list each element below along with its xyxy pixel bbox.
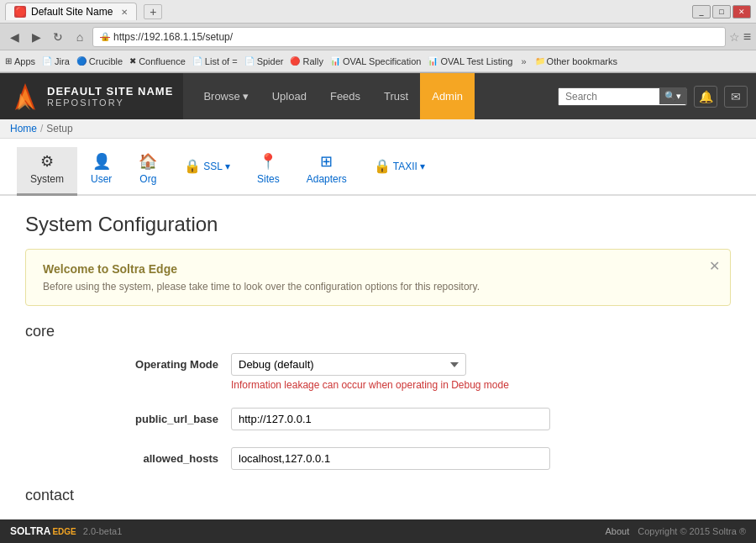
spider-icon: 📄 xyxy=(244,56,255,66)
allowed-hosts-input[interactable] xyxy=(231,447,550,470)
operating-mode-control: Debug (default) Production Information l… xyxy=(231,353,509,391)
bookmark-jira[interactable]: 📄 Jira xyxy=(42,56,70,66)
sub-nav-system[interactable]: ⚙ System xyxy=(17,147,77,196)
oval-spec-icon: 📊 xyxy=(330,56,340,66)
main-content: System Configuration Welcome to Soltra E… xyxy=(0,196,756,525)
browser-tab[interactable]: 🔴 Default Site Name ✕ xyxy=(5,3,137,20)
minimize-button[interactable]: _ xyxy=(692,5,711,18)
sub-nav-ssl[interactable]: 🔒 SSL ▾ xyxy=(171,147,244,196)
security-icon: 🔒 xyxy=(100,32,110,41)
footer: SOLTRA EDGE 2.0-beta1 About Copyright © … xyxy=(0,519,756,543)
ssl-chevron: ▾ xyxy=(225,161,230,172)
browser-menu-button[interactable]: ≡ xyxy=(743,29,751,45)
search-icon: 🔍▾ xyxy=(664,91,681,102)
search-button[interactable]: 🔍▾ xyxy=(659,88,686,104)
admin-label: Admin xyxy=(432,90,463,103)
operating-mode-select[interactable]: Debug (default) Production xyxy=(231,353,466,376)
ssl-icon: 🔒 xyxy=(184,158,201,174)
browse-chevron: ▾ xyxy=(243,90,249,103)
browser-chrome: 🔴 Default Site Name ✕ + _ □ ✕ ◀ ▶ ↻ ⌂ 🔒 … xyxy=(0,0,756,73)
maximize-button[interactable]: □ xyxy=(712,5,731,18)
welcome-close-button[interactable]: ✕ xyxy=(709,258,720,274)
contact-section: contact xyxy=(25,487,731,504)
close-window-button[interactable]: ✕ xyxy=(732,5,751,18)
bookmark-rally[interactable]: 🔴 Rally xyxy=(290,56,323,66)
user-label: User xyxy=(91,173,112,185)
breadcrumb-home[interactable]: Home xyxy=(10,123,37,134)
back-button[interactable]: ◀ xyxy=(5,28,24,46)
bookmark-confluence[interactable]: ✖ Confluence xyxy=(129,56,186,66)
bookmark-button[interactable]: ☆ xyxy=(729,30,740,44)
about-link[interactable]: About xyxy=(606,526,630,536)
address-bar[interactable]: 🔒 https://192.168.1.15/setup/ xyxy=(92,27,726,47)
sub-nav-taxii[interactable]: 🔒 TAXII ▾ xyxy=(360,147,438,196)
bookmarks-bar: ⊞ Apps 📄 Jira 🔵 Crucible ✖ Confluence 📄 … xyxy=(0,50,756,72)
nav-browse[interactable]: Browse ▾ xyxy=(192,73,260,119)
logo-text: DEFAULT SITE NAME REPOSITORY xyxy=(47,85,173,108)
footer-logo-edge: EDGE xyxy=(52,527,76,536)
org-label: Org xyxy=(139,173,156,185)
sub-nav-user[interactable]: 👤 User xyxy=(77,147,125,196)
nav-feeds[interactable]: Feeds xyxy=(318,73,372,119)
debug-warning: Information leakage can occur when opera… xyxy=(231,379,509,391)
main-nav: Browse ▾ Upload Feeds Trust Admin xyxy=(183,73,549,119)
tab-title: Default Site Name xyxy=(31,6,113,18)
upload-label: Upload xyxy=(272,90,307,103)
bookmark-other[interactable]: 📁 Other bookmarks xyxy=(535,56,617,66)
close-tab-button[interactable]: ✕ xyxy=(121,8,128,17)
new-tab-button[interactable]: + xyxy=(144,4,162,19)
bookmark-jira-label: Jira xyxy=(55,56,70,66)
operating-mode-group: Operating Mode Debug (default) Productio… xyxy=(25,353,731,391)
crucible-icon: 🔵 xyxy=(76,56,87,66)
jira-icon: 📄 xyxy=(42,56,52,66)
bookmark-apps[interactable]: ⊞ Apps xyxy=(5,56,35,66)
bell-icon: 🔔 xyxy=(699,90,713,103)
bookmark-crucible[interactable]: 🔵 Crucible xyxy=(76,56,123,66)
reload-button[interactable]: ↻ xyxy=(49,28,67,46)
header-right: 🔍▾ 🔔 ✉ xyxy=(549,73,756,119)
soltra-logo xyxy=(10,82,40,112)
nav-bar: ◀ ▶ ↻ ⌂ 🔒 https://192.168.1.15/setup/ ☆ … xyxy=(0,24,756,50)
bookmark-spider[interactable]: 📄 Spider xyxy=(244,56,284,66)
bookmark-other-label: Other bookmarks xyxy=(547,56,617,66)
bookmark-oval-spec[interactable]: 📊 OVAL Specification xyxy=(330,56,422,66)
bookmark-oval-test[interactable]: 📊 OVAL Test Listing xyxy=(428,56,512,66)
search-input[interactable] xyxy=(559,88,659,105)
public-url-label: public_url_base xyxy=(92,408,218,425)
bookmark-rally-label: Rally xyxy=(302,56,323,66)
allowed-hosts-group: allowed_hosts xyxy=(25,447,731,470)
sub-nav-org[interactable]: 🏠 Org xyxy=(125,147,171,196)
site-name: DEFAULT SITE NAME xyxy=(47,85,173,98)
user-icon: 👤 xyxy=(92,152,111,171)
bookmark-list-label: List of = xyxy=(205,56,238,66)
app-header: DEFAULT SITE NAME REPOSITORY Browse ▾ Up… xyxy=(0,73,756,119)
taxii-label: TAXII xyxy=(393,161,417,172)
ssl-label: SSL xyxy=(203,161,223,172)
sub-nav: ⚙ System 👤 User 🏠 Org 🔒 SSL ▾ 📍 Sites ⊞ … xyxy=(0,139,756,196)
bookmark-spider-label: Spider xyxy=(257,56,284,66)
bookmark-oval-spec-label: OVAL Specification xyxy=(343,56,422,66)
more-bookmarks-button[interactable]: » xyxy=(521,56,526,66)
page-title: System Configuration xyxy=(25,213,731,236)
breadcrumb-current: Setup xyxy=(46,123,72,134)
footer-version: 2.0-beta1 xyxy=(83,526,122,536)
sub-nav-sites[interactable]: 📍 Sites xyxy=(244,147,293,196)
welcome-box: Welcome to Soltra Edge Before using the … xyxy=(25,249,731,306)
nav-trust[interactable]: Trust xyxy=(372,73,420,119)
sub-nav-adapters[interactable]: ⊞ Adapters xyxy=(293,147,360,196)
forward-button[interactable]: ▶ xyxy=(27,28,45,46)
public-url-input[interactable] xyxy=(231,408,550,430)
footer-logo: SOLTRA EDGE xyxy=(10,525,76,537)
nav-admin[interactable]: Admin xyxy=(420,73,475,119)
breadcrumb: Home / Setup xyxy=(0,119,756,139)
url-display: https://192.168.1.15/setup/ xyxy=(113,31,233,43)
notifications-button[interactable]: 🔔 xyxy=(694,86,717,108)
contact-section-title: contact xyxy=(25,487,731,504)
nav-upload[interactable]: Upload xyxy=(260,73,318,119)
tab-favicon: 🔴 xyxy=(14,6,26,18)
messages-button[interactable]: ✉ xyxy=(724,86,748,108)
home-button[interactable]: ⌂ xyxy=(71,28,89,46)
core-section-title: core xyxy=(25,323,731,340)
bookmark-list-of-vms[interactable]: 📄 List of = xyxy=(192,56,238,66)
welcome-text: Before using the system, please take tim… xyxy=(43,281,713,293)
